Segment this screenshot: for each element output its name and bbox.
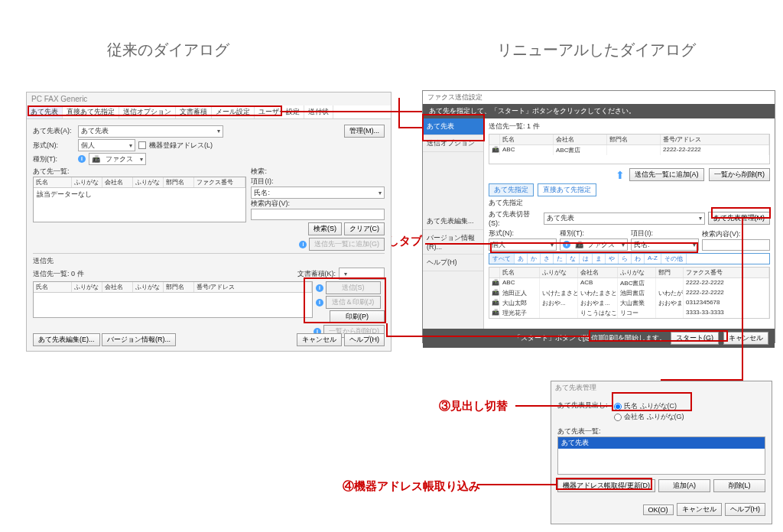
import-button[interactable]: 機器アドレス帳取得/更新(D) (557, 479, 655, 492)
col-4: 部門名 (164, 177, 194, 187)
tcol-1: 会社名 (554, 135, 607, 144)
tab-direct[interactable]: 直接あて先指定 (538, 183, 596, 196)
clear-button[interactable]: クリア(C) (344, 222, 385, 235)
help-button[interactable]: ヘルプ(H) (725, 503, 766, 516)
radio-name[interactable] (614, 403, 622, 410)
form-label: 形式(N): (33, 141, 75, 151)
info-icon: i (78, 155, 86, 163)
sidebar-item-addrbook[interactable]: あて先表 (423, 118, 483, 135)
help-button[interactable]: ヘルプ(H) (344, 333, 385, 346)
remove-from-list-button[interactable]: 一覧から削除(R) (709, 168, 771, 181)
kana-sa[interactable]: さ (541, 254, 554, 264)
version-button[interactable]: バージョン情報(R)... (102, 333, 176, 346)
type-dropdown[interactable]: 📠 ファクス (89, 153, 146, 165)
kana-ma[interactable]: ま (593, 254, 606, 264)
kana-ya[interactable]: や (606, 254, 619, 264)
cancel-button[interactable]: キャンセル (677, 503, 722, 516)
item-label: 項目(I): (631, 229, 699, 238)
print-button[interactable]: 印刷(P) (330, 310, 385, 323)
col-3: ふりがな (133, 177, 164, 187)
scol-4: 部門名 (164, 282, 194, 292)
annotation-3: ③見出し切替 (439, 399, 508, 414)
old-tab-4[interactable]: メール設定 (212, 105, 255, 118)
kana-a[interactable]: あ (515, 254, 528, 264)
item-dropdown[interactable]: 氏名: (631, 238, 699, 251)
trow-2 (607, 145, 661, 155)
kana-az[interactable]: A-Z (645, 254, 661, 264)
send-button[interactable]: 送信(S) (326, 281, 381, 294)
search-button[interactable]: 検索(S) (308, 222, 342, 235)
old-tab-1[interactable]: 直接あて先指定 (63, 105, 119, 118)
sidebar-item-sendopt[interactable]: 送信オプション (423, 135, 483, 152)
info-icon: i (316, 299, 323, 307)
add-to-list-button[interactable]: 送信先一覧に追加(G) (309, 238, 385, 251)
old-tab-2[interactable]: 送信オプション (119, 105, 176, 118)
info-icon: i (316, 284, 323, 292)
list-selected-item[interactable]: あて先表 (558, 437, 765, 449)
tcol-0: 氏名 (500, 135, 554, 144)
scol-2: 会社名 (102, 282, 133, 292)
trow-0: ABC (500, 145, 554, 155)
trow-1: ABC書店 (554, 145, 607, 155)
old-tab-5[interactable]: ユーザー設定 (255, 105, 304, 118)
gcol-5: ファクス番号 (684, 268, 769, 277)
search-item-dropdown[interactable]: 氏名: (251, 187, 385, 199)
sendlist-count: 送信先一覧: 0 件 (33, 269, 84, 279)
kana-ka[interactable]: か (528, 254, 541, 264)
switch-dropdown[interactable]: あて先表 (544, 212, 705, 225)
kana-all[interactable]: すべて (489, 254, 515, 264)
manage-button[interactable]: 管理(M)... (344, 125, 385, 138)
footer-msg: 「スタート」ボタンで[送信][印刷]を開始します。 (514, 333, 666, 343)
send-print-button[interactable]: 送信＆印刷(J) (326, 296, 381, 309)
search-label: 検索内容(V): (702, 229, 770, 239)
device-addr-label: 機器登録アドレス(L) (149, 141, 213, 151)
search-input[interactable] (702, 239, 770, 251)
kana-wa[interactable]: わ (632, 254, 645, 264)
gcol-4: 部門 (656, 268, 684, 277)
add-button[interactable]: 追加(A) (658, 479, 710, 492)
table-row[interactable]: 📠大山太郎おおや...おおやま...大山書業おおやま...0312345678 (489, 298, 769, 308)
small-dialog-title: あて先表管理 (551, 381, 772, 394)
kana-ra[interactable]: ら (619, 254, 632, 264)
addrbook-list-label: あて先表一覧: (557, 427, 765, 436)
sidebar-help[interactable]: ヘルプ(H) (423, 255, 483, 271)
sidebar-version[interactable]: バージョン情報(R)... (423, 230, 483, 255)
kana-na[interactable]: な (567, 254, 580, 264)
device-addr-checkbox[interactable] (138, 141, 146, 149)
type-dropdown[interactable]: i📠 ファクス (560, 238, 628, 251)
add-to-list-button[interactable]: 送信先一覧に追加(A) (629, 168, 704, 181)
kana-other[interactable]: その他 (661, 254, 687, 264)
doc-store-dropdown[interactable] (339, 268, 385, 280)
table-row[interactable]: 📠ABCACBABC書店2222-22-2222 (489, 278, 769, 288)
addrbook-dropdown[interactable]: あて先表 (78, 125, 223, 138)
kana-ha[interactable]: は (580, 254, 593, 264)
search-content-input[interactable] (251, 209, 385, 220)
gcol-2: 会社名 (578, 268, 618, 277)
delete-button[interactable]: 削除(L) (713, 479, 765, 492)
table-row[interactable]: 📠池田正人いけたまさといわたまさと池田書店いわたがっき2222-22-2222 (489, 288, 769, 298)
start-button[interactable]: スタート(G) (671, 332, 719, 345)
form-dropdown[interactable]: 個人 (78, 139, 135, 151)
form-dropdown[interactable]: 個人 (489, 238, 557, 251)
manage-button[interactable]: あて先表管理(M) (708, 212, 771, 225)
radio-company[interactable] (614, 414, 622, 421)
old-tab-3[interactable]: 文書蓄積 (176, 105, 212, 118)
arrow-up-icon: ⬆ (616, 169, 625, 181)
sidebar-edit[interactable]: あて先表編集... (423, 213, 483, 230)
ok-button[interactable]: OK(O) (643, 504, 674, 515)
sendlist-count: 送信先一覧: 1 件 (489, 122, 770, 131)
instruction-bar: あて先を指定して、「スタート」ボタンをクリックしてください。 (423, 104, 775, 118)
old-tab-0[interactable]: あて先表 (27, 105, 63, 118)
cancel-button[interactable]: キャンセル (723, 332, 768, 345)
old-tab-6[interactable]: 送付状 (304, 105, 333, 118)
table-row[interactable]: 📠理光花子りこうはなこリコー3333-33-3333 (489, 308, 769, 318)
col-5: ファクス番号 (194, 177, 245, 187)
cancel-button[interactable]: キャンセル (297, 333, 342, 346)
tcol-3: 番号/アドレス (661, 135, 769, 144)
kana-ta[interactable]: た (554, 254, 567, 264)
tab-addrspec[interactable]: あて先指定 (489, 183, 534, 196)
trow-3: 2222-22-2222 (661, 145, 769, 155)
col-2: 会社名 (102, 177, 133, 187)
edit-addrbook-button[interactable]: あて先表編集(E)... (33, 333, 100, 346)
new-dialog-title: ファクス送信設定 (423, 91, 775, 104)
